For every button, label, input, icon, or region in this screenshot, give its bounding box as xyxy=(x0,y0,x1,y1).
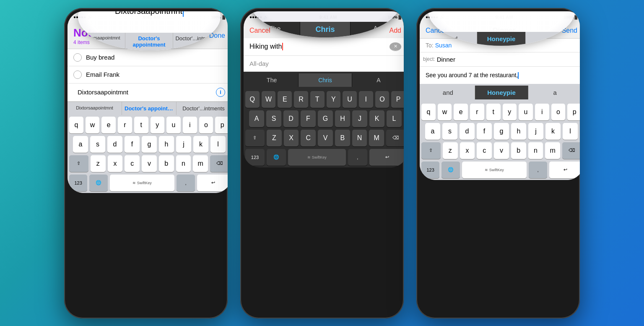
k3-shift[interactable]: ⇧ xyxy=(421,142,441,159)
dkey-v[interactable]: V xyxy=(318,130,333,146)
dkey-d[interactable]: D xyxy=(283,110,299,127)
k3-q[interactable]: q xyxy=(421,104,436,120)
key-space[interactable]: ≋ SwiftKey xyxy=(110,175,175,191)
dkey-b[interactable]: B xyxy=(335,130,350,146)
key-num[interactable]: 123 xyxy=(69,175,87,191)
key-r[interactable]: r xyxy=(118,117,132,133)
k3-comma[interactable]: , xyxy=(529,162,547,178)
dkey-comma[interactable]: , xyxy=(348,149,367,166)
pred-l-2[interactable]: Honeypie xyxy=(475,86,529,99)
key-f[interactable]: f xyxy=(125,136,140,153)
dkey-c[interactable]: C xyxy=(301,130,316,146)
key-k[interactable]: k xyxy=(193,136,208,153)
bpd-2[interactable]: Chris xyxy=(300,22,351,37)
k3-i[interactable]: i xyxy=(535,104,549,120)
k3-f[interactable]: f xyxy=(477,123,492,140)
key-z[interactable]: z xyxy=(91,155,106,172)
k3-del[interactable]: ⌫ xyxy=(562,142,580,159)
dkey-f[interactable]: F xyxy=(301,110,316,127)
bac-1[interactable]: Dixtorsaapointmnt xyxy=(78,33,125,50)
k3-s[interactable]: s xyxy=(442,123,457,140)
k3-t[interactable]: t xyxy=(486,104,501,120)
dkey-y[interactable]: Y xyxy=(327,91,341,108)
k3-globe[interactable]: 🌐 xyxy=(441,162,460,178)
k3-u[interactable]: u xyxy=(519,104,533,120)
k3-y[interactable]: y xyxy=(503,104,517,120)
bac-2[interactable]: Doctor's appointment xyxy=(125,33,173,50)
bpd-3[interactable]: A xyxy=(351,22,401,37)
dkey-u[interactable]: U xyxy=(343,91,357,108)
k3-m[interactable]: m xyxy=(545,142,560,159)
key-v[interactable]: v xyxy=(142,155,157,172)
key-x[interactable]: x xyxy=(108,155,123,172)
key-delete[interactable]: ⌫ xyxy=(210,155,228,172)
key-j[interactable]: j xyxy=(176,136,191,153)
dkey-m[interactable]: M xyxy=(369,130,384,146)
k3-space[interactable]: ≋ SwiftKey xyxy=(462,162,527,178)
key-o[interactable]: o xyxy=(199,117,213,133)
k3-h[interactable]: h xyxy=(511,123,526,140)
k3-r[interactable]: r xyxy=(470,104,484,120)
clear-event-button[interactable]: ✕ xyxy=(390,42,401,51)
key-s[interactable]: s xyxy=(90,136,105,153)
key-comma[interactable]: , xyxy=(177,175,195,191)
k3-l[interactable]: l xyxy=(563,123,578,140)
dkey-z[interactable]: Z xyxy=(267,130,282,146)
dkey-r[interactable]: R xyxy=(294,91,308,108)
k3-num[interactable]: 123 xyxy=(421,162,439,178)
checkbox-1[interactable] xyxy=(73,53,82,62)
event-title-field[interactable]: Hiking with ✕ xyxy=(244,38,404,56)
dkey-o[interactable]: O xyxy=(375,91,390,108)
key-q[interactable]: q xyxy=(69,117,83,133)
editing-text[interactable]: Dixtorsaapointmnt xyxy=(78,89,216,96)
k3-d[interactable]: d xyxy=(460,123,475,140)
pred-d-3[interactable]: A xyxy=(352,73,404,87)
ac-item-3[interactable]: Doctor'...intments xyxy=(177,102,228,115)
dkey-delete[interactable]: ⌫ xyxy=(386,130,404,146)
k3-o[interactable]: o xyxy=(551,104,566,120)
bpr-3[interactable]: a xyxy=(526,32,575,46)
bpr-2[interactable]: Honeypie xyxy=(477,32,526,46)
k3-c[interactable]: c xyxy=(477,142,492,159)
key-y[interactable]: y xyxy=(151,117,165,133)
key-u[interactable]: u xyxy=(166,117,181,133)
pred-d-1[interactable]: The xyxy=(245,73,299,87)
k3-return[interactable]: ↩ xyxy=(549,162,580,178)
dkey-l[interactable]: L xyxy=(387,110,402,127)
pred-d-2[interactable]: Chris xyxy=(299,73,352,87)
bpd-1[interactable]: The xyxy=(250,22,300,37)
k3-e[interactable]: e xyxy=(454,104,468,120)
key-g[interactable]: g xyxy=(142,136,157,153)
dkey-shift[interactable]: ⇧ xyxy=(245,130,265,146)
k3-x[interactable]: x xyxy=(460,142,475,159)
dkey-x[interactable]: X xyxy=(284,130,299,146)
k3-z[interactable]: z xyxy=(443,142,458,159)
k3-k[interactable]: k xyxy=(545,123,561,140)
key-n[interactable]: n xyxy=(176,155,191,172)
key-p[interactable]: p xyxy=(215,117,228,133)
bac-3[interactable]: Doctor'...intments xyxy=(173,33,221,50)
dkey-k[interactable]: K xyxy=(369,110,384,127)
dkey-globe[interactable]: 🌐 xyxy=(267,149,286,166)
key-w[interactable]: w xyxy=(86,117,100,133)
key-h[interactable]: h xyxy=(159,136,174,153)
k3-v[interactable]: v xyxy=(494,142,509,159)
dkey-g[interactable]: G xyxy=(318,110,333,127)
dkey-return[interactable]: ↩ xyxy=(369,149,404,166)
dkey-q[interactable]: Q xyxy=(245,91,260,108)
dkey-num[interactable]: 123 xyxy=(245,149,265,166)
dkey-h[interactable]: H xyxy=(335,110,350,127)
ac-item-1[interactable]: Dixtorsaapointmnt xyxy=(68,102,122,115)
key-globe[interactable]: 🌐 xyxy=(89,175,107,191)
k3-g[interactable]: g xyxy=(494,123,509,140)
key-m[interactable]: m xyxy=(193,155,208,172)
key-return[interactable]: ↩ xyxy=(197,175,228,191)
checkbox-2[interactable] xyxy=(73,70,82,79)
key-c[interactable]: c xyxy=(125,155,140,172)
k3-a[interactable]: a xyxy=(425,123,440,140)
key-e[interactable]: e xyxy=(101,117,116,133)
key-b[interactable]: b xyxy=(159,155,174,172)
key-t[interactable]: t xyxy=(134,117,148,133)
pred-l-3[interactable]: a xyxy=(528,86,580,99)
email-body[interactable]: See you around 7 at the restaurant, xyxy=(420,67,580,84)
